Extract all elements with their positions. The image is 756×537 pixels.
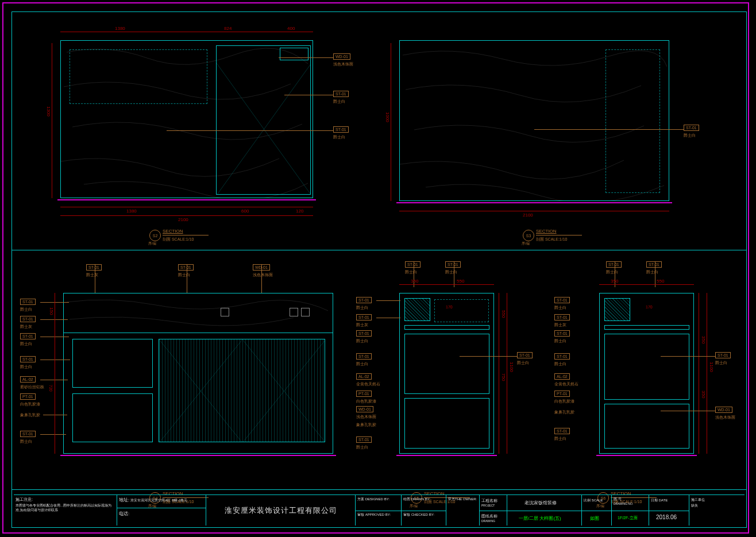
notes-header: 施工注意:: [16, 497, 115, 503]
rev-cell: 施工单位 缺失: [689, 495, 745, 526]
tag: ST-01: [20, 356, 36, 362]
tag: PT-01: [554, 391, 570, 397]
tag-st01: ST-01: [333, 91, 349, 97]
section-s5-viewport: ST-01 爵士白 ST-01 爵士白 350 550 170 550 750 …: [356, 261, 534, 480]
svg-line-4: [242, 339, 325, 442]
dim: 824: [224, 26, 232, 31]
dim-line: [60, 207, 313, 207]
tag: ST-01: [20, 333, 36, 339]
dim: 150: [49, 307, 54, 315]
section-box: 170: [399, 293, 494, 454]
leader: [661, 356, 715, 357]
dim: 550: [501, 310, 506, 318]
divider-2: [11, 489, 747, 490]
tag-wd01: WD-01: [333, 53, 350, 60]
floor-line: [396, 455, 497, 456]
tag: ST-01: [606, 261, 622, 268]
tag: WD-01: [715, 407, 732, 413]
tag-desc: 爵士白: [333, 99, 345, 105]
tag-desc: 爵士灰: [554, 322, 566, 328]
dim: 1100: [509, 362, 514, 372]
door-panel: [216, 45, 311, 195]
owner-cell: 甲方THE OWNER:: [446, 495, 480, 526]
notes-text: 本图需与各专业图纸配合使用...图中所标注的标高以实际现场为准,如有疑问请与设计…: [16, 504, 115, 513]
outlet-icon: [221, 308, 229, 316]
shelf: [404, 325, 489, 330]
tag: ST-01: [356, 330, 372, 337]
drawing-label: 图纸名称: [481, 513, 497, 519]
dim-line: [707, 293, 707, 454]
tag: ST-01: [20, 299, 36, 305]
dim: 750: [501, 373, 506, 381]
notes-cell: 施工注意: 本图需与各专业图纸配合使用...图中所标注的标高以实际现场为准,如有…: [14, 495, 117, 526]
floor-line: [396, 202, 672, 203]
blocking: [404, 298, 430, 321]
sheet-no: 1F/2F-立面: [618, 515, 638, 521]
dim-line: [507, 293, 507, 454]
project-name: 老沈家饭馆装修: [524, 500, 557, 506]
proj-name-cell: 老沈家饭馆装修 一层/二层 大样图(五): [507, 495, 582, 526]
leader: [40, 434, 66, 435]
tag-desc: 爵士白: [646, 269, 658, 275]
drawn-by: 绘图 DRAWN BY:: [403, 497, 430, 502]
drawing-label-en: DRAWING: [481, 519, 495, 523]
tag-desc: 象鼻孔乳胶: [356, 422, 376, 428]
tag-desc: 爵士白: [554, 361, 566, 367]
tag-desc: 爵士白: [445, 269, 457, 275]
tag: AL-02: [356, 373, 372, 380]
compartment: [404, 398, 489, 449]
tag-desc: 白色乳胶漆: [20, 401, 40, 407]
section-s4-viewport: ST-01 爵士灰 ST-01 爵士白 WD-01 浅色木饰面 ST-01 爵士…: [20, 264, 348, 477]
leader: [40, 319, 68, 320]
dim: 600: [241, 208, 249, 214]
tag: AL-02: [20, 376, 36, 383]
dim: 120: [296, 208, 303, 214]
dim: 350: [411, 279, 418, 284]
section-s6-viewport: ST-01 爵士白 ST-01 爵士白 350 550 170 350 350 …: [554, 261, 735, 480]
tag-desc: 浅色木饰面: [356, 414, 376, 420]
rev-text: 缺失: [691, 503, 698, 508]
leader: [167, 130, 333, 131]
tag-st01: ST-01: [684, 125, 699, 131]
fig: 序/编: [148, 241, 156, 246]
tag-desc: 爵士白: [554, 436, 566, 442]
dim: 170: [446, 305, 453, 309]
dim: 720: [49, 385, 53, 392]
leader: [284, 95, 333, 95]
dim-line: [399, 211, 669, 211]
tag: ST-01: [356, 297, 372, 303]
addr-text: 淮安市清河区完美空间A区 B幢-2单元: [130, 499, 187, 502]
dim: 350: [701, 391, 706, 398]
section-mark: S3: [523, 230, 534, 241]
tag: ST-01: [86, 264, 102, 271]
tag: ST-01: [554, 428, 570, 434]
section-s2-viewport: 1380 824 400 1300 1380 600 120 2100 WD-0…: [52, 32, 339, 238]
tag: ST-01: [20, 316, 36, 322]
dim: 550: [657, 279, 664, 284]
tag: ST-01: [715, 352, 731, 358]
compartment: [72, 393, 153, 442]
cabinet-body: [63, 333, 333, 454]
project-label: 工程名称: [481, 498, 497, 504]
tag-desc: 象鼻孔乳胶: [554, 409, 574, 415]
dim-line: [52, 43, 52, 198]
tag-desc: 爵士白: [333, 134, 345, 140]
dim: 170: [646, 305, 653, 309]
project-label-en: PROJECT: [481, 504, 495, 507]
section-s3-viewport: 1000 2100 ST-01 爵士白: [391, 32, 712, 238]
svg-line-0: [217, 63, 310, 194]
dim-line: [55, 293, 55, 454]
blocking: [604, 298, 630, 321]
drawn-cell: 绘图 DRAWN BY: 审核 CHECKED BY:: [402, 495, 446, 526]
tag-desc: 爵士白: [554, 305, 566, 311]
tag: ST-01: [646, 261, 662, 268]
scale-cell: 比例 SCALE 如图: [582, 495, 612, 526]
dim: 1300: [46, 106, 51, 117]
upper-band: [63, 293, 333, 333]
elevation-box: [60, 40, 313, 198]
dim: 2100: [178, 217, 188, 222]
leader: [279, 57, 333, 58]
tag: ST-01: [554, 330, 570, 337]
date-cell: 日期 DATE 2018.06: [649, 495, 689, 526]
sheet-label: 图 号: [614, 497, 622, 502]
